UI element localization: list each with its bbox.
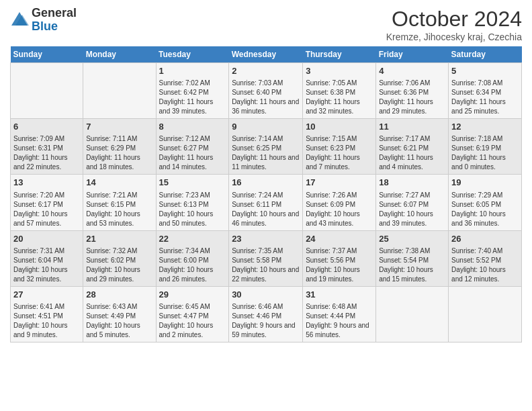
calendar-cell: 10Sunrise: 7:15 AMSunset: 6:23 PMDayligh… [303,119,376,175]
day-number: 2 [232,65,300,77]
calendar-cell: 17Sunrise: 7:26 AMSunset: 6:09 PMDayligh… [303,175,376,230]
cell-text: Daylight: 11 hours and 22 minutes. [13,153,80,172]
day-number: 24 [306,233,373,245]
calendar-cell: 25Sunrise: 7:38 AMSunset: 5:54 PMDayligh… [376,230,449,286]
calendar-cell: 5Sunrise: 7:08 AMSunset: 6:34 PMDaylight… [449,63,522,119]
cell-text: Daylight: 11 hours and 18 minutes. [86,153,152,172]
cell-text: Sunrise: 7:32 AM [86,246,152,256]
cell-text: Sunset: 6:05 PM [451,200,519,210]
calendar-cell: 13Sunrise: 7:20 AMSunset: 6:17 PMDayligh… [11,175,83,230]
week-row-4: 20Sunrise: 7:31 AMSunset: 6:04 PMDayligh… [11,230,522,286]
cell-text: Sunrise: 7:08 AM [451,79,519,88]
cell-text: Sunrise: 6:46 AM [232,302,300,312]
cell-text: Sunrise: 7:17 AM [379,134,445,144]
calendar-cell: 12Sunrise: 7:18 AMSunset: 6:19 PMDayligh… [449,119,522,175]
cell-text: Daylight: 10 hours and 46 minutes. [232,210,300,228]
cell-text: Sunrise: 7:40 AM [451,246,519,256]
cell-text: Sunset: 5:56 PM [306,256,373,265]
day-number: 10 [306,121,373,133]
cell-text: Sunset: 6:21 PM [379,144,445,153]
calendar-table: SundayMondayTuesdayWednesdayThursdayFrid… [10,46,522,342]
calendar-cell: 28Sunrise: 6:43 AMSunset: 4:49 PMDayligh… [83,286,156,342]
calendar-cell [449,286,522,342]
cell-text: Sunset: 6:36 PM [379,88,445,97]
day-number: 23 [232,233,300,245]
cell-text: Daylight: 11 hours and 32 minutes. [306,97,373,116]
calendar-cell: 22Sunrise: 7:34 AMSunset: 6:00 PMDayligh… [156,230,229,286]
cell-text: Sunset: 6:09 PM [306,200,373,210]
cell-text: Sunset: 6:27 PM [159,144,226,153]
calendar-cell [83,63,156,119]
cell-text: Sunset: 4:49 PM [86,312,152,321]
calendar-cell: 8Sunrise: 7:12 AMSunset: 6:27 PMDaylight… [156,119,229,175]
calendar-cell: 23Sunrise: 7:35 AMSunset: 5:58 PMDayligh… [229,230,303,286]
day-number: 25 [379,233,445,245]
cell-text: Sunrise: 7:03 AM [232,79,300,88]
calendar-cell: 3Sunrise: 7:05 AMSunset: 6:38 PMDaylight… [303,63,376,119]
cell-text: Daylight: 10 hours and 32 minutes. [13,265,80,284]
day-number: 14 [86,177,152,189]
cell-text: Daylight: 11 hours and 36 minutes. [232,97,300,116]
calendar-cell: 27Sunrise: 6:41 AMSunset: 4:51 PMDayligh… [11,286,83,342]
cell-text: Sunrise: 7:11 AM [86,134,152,144]
cell-text: Sunset: 6:42 PM [159,88,226,97]
calendar-cell: 30Sunrise: 6:46 AMSunset: 4:46 PMDayligh… [229,286,303,342]
cell-text: Sunset: 6:31 PM [13,144,80,153]
week-row-5: 27Sunrise: 6:41 AMSunset: 4:51 PMDayligh… [11,286,522,342]
day-number: 13 [13,177,80,189]
cell-text: Daylight: 11 hours and 14 minutes. [159,153,226,172]
cell-text: Sunrise: 7:09 AM [13,134,80,144]
cell-text: Sunrise: 7:26 AM [306,191,373,200]
cell-text: Sunset: 6:25 PM [232,144,300,153]
day-number: 29 [159,289,226,301]
cell-text: Daylight: 11 hours and 0 minutes. [451,153,519,172]
cell-text: Sunrise: 7:06 AM [379,79,445,88]
cell-text: Sunset: 4:44 PM [306,312,373,321]
day-header-wednesday: Wednesday [229,46,303,63]
day-header-monday: Monday [83,46,156,63]
cell-text: Sunrise: 7:27 AM [379,191,445,200]
cell-text: Daylight: 11 hours and 4 minutes. [379,153,445,172]
cell-text: Daylight: 10 hours and 29 minutes. [86,265,152,284]
calendar-cell: 16Sunrise: 7:24 AMSunset: 6:11 PMDayligh… [229,175,303,230]
calendar-cell: 14Sunrise: 7:21 AMSunset: 6:15 PMDayligh… [83,175,156,230]
cell-text: Daylight: 10 hours and 9 minutes. [13,321,80,340]
cell-text: Sunrise: 7:15 AM [306,134,373,144]
calendar-cell: 11Sunrise: 7:17 AMSunset: 6:21 PMDayligh… [376,119,449,175]
cell-text: Daylight: 10 hours and 12 minutes. [451,265,519,284]
cell-text: Sunrise: 7:05 AM [306,79,373,88]
cell-text: Sunset: 6:07 PM [379,200,445,210]
calendar-cell: 9Sunrise: 7:14 AMSunset: 6:25 PMDaylight… [229,119,303,175]
day-header-friday: Friday [376,46,449,63]
cell-text: Sunset: 6:04 PM [13,256,80,265]
day-number: 7 [86,121,152,133]
location-subtitle: Kremze, Jihocesky kraj, Czechia [386,32,522,42]
header: General Blue October 2024 Kremze, Jihoce… [10,7,522,42]
day-number: 26 [451,233,519,245]
cell-text: Sunrise: 7:35 AM [232,246,300,256]
cell-text: Daylight: 11 hours and 11 minutes. [232,153,300,172]
cell-text: Daylight: 10 hours and 19 minutes. [306,265,373,284]
week-row-3: 13Sunrise: 7:20 AMSunset: 6:17 PMDayligh… [11,175,522,230]
cell-text: Sunrise: 7:29 AM [451,191,519,200]
cell-text: Sunset: 6:29 PM [86,144,152,153]
day-number: 5 [451,65,519,77]
cell-text: Daylight: 11 hours and 39 minutes. [159,97,226,116]
logo-icon [10,11,29,30]
cell-text: Sunrise: 7:34 AM [159,246,226,256]
day-number: 27 [13,289,80,301]
cell-text: Daylight: 10 hours and 5 minutes. [86,321,152,340]
cell-text: Sunset: 6:11 PM [232,200,300,210]
cell-text: Sunrise: 7:31 AM [13,246,80,256]
cell-text: Daylight: 10 hours and 39 minutes. [379,210,445,228]
calendar-cell [11,63,83,119]
month-title: October 2024 [386,7,522,32]
day-number: 6 [13,121,80,133]
cell-text: Sunrise: 7:20 AM [13,191,80,200]
cell-text: Sunrise: 7:38 AM [379,246,445,256]
cell-text: Sunset: 6:40 PM [232,88,300,97]
calendar-cell: 31Sunrise: 6:48 AMSunset: 4:44 PMDayligh… [303,286,376,342]
cell-text: Daylight: 9 hours and 59 minutes. [232,321,300,340]
day-header-tuesday: Tuesday [156,46,229,63]
day-number: 11 [379,121,445,133]
